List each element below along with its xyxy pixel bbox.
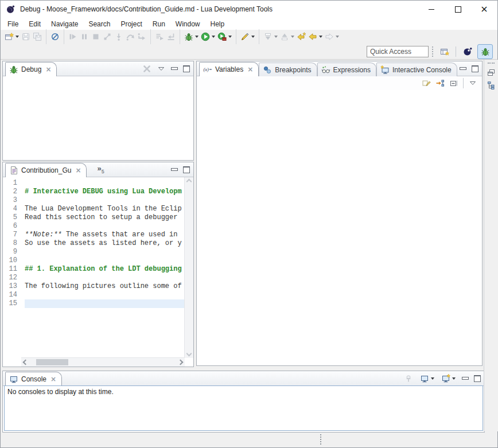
maximize-view-button[interactable] xyxy=(183,166,190,173)
editor-line[interactable] xyxy=(25,196,185,205)
close-icon[interactable]: × xyxy=(50,375,56,383)
editor-text[interactable]: # Interactive DEBUG using Lua DevelopmTh… xyxy=(25,177,185,358)
minimize-view-button[interactable] xyxy=(171,67,178,70)
drop-to-frame-button[interactable] xyxy=(165,29,177,44)
close-icon[interactable]: × xyxy=(45,65,51,73)
open-console-button[interactable] xyxy=(440,371,457,386)
display-selected-console-button[interactable] xyxy=(419,371,435,386)
maximize-view-button[interactable] xyxy=(472,65,478,72)
dropdown-arrow-icon[interactable] xyxy=(319,36,322,38)
editor-tab-overflow-button[interactable]: »5 xyxy=(97,164,104,174)
editor-line[interactable]: Read this section to setup a debugger xyxy=(25,213,185,222)
editor-line[interactable]: So use the assets as listed here, or y xyxy=(25,239,185,248)
editor-body[interactable]: 123456789101112131415 # Interactive DEBU… xyxy=(3,177,193,367)
remove-all-terminated-icon[interactable] xyxy=(142,64,151,73)
menu-window[interactable]: Window xyxy=(170,18,205,30)
editor-line[interactable]: The following pictures outline some of xyxy=(25,282,185,291)
tab-expressions[interactable]: Expressions xyxy=(317,63,376,76)
next-annotation-button[interactable] xyxy=(262,29,279,44)
maximize-view-button[interactable] xyxy=(183,65,190,72)
dropdown-arrow-icon[interactable] xyxy=(228,36,232,38)
editor-line[interactable]: **Note:** The assets that are used in xyxy=(25,231,185,239)
tab-interactive-console[interactable]: Interactive Console xyxy=(376,63,457,76)
show-logical-structures-icon[interactable] xyxy=(435,79,445,88)
pin-console-button[interactable] xyxy=(403,371,414,386)
menu-file[interactable]: File xyxy=(2,18,24,30)
dropdown-arrow-icon[interactable] xyxy=(274,36,278,38)
close-window-button[interactable]: × xyxy=(471,1,497,18)
trim-drag-handle[interactable] xyxy=(488,63,495,64)
step-over-button[interactable] xyxy=(124,29,136,44)
editor-line[interactable] xyxy=(25,222,185,231)
save-all-button[interactable] xyxy=(32,29,43,44)
menu-search[interactable]: Search xyxy=(83,18,115,30)
horizontal-scrollbar[interactable] xyxy=(21,357,185,367)
close-icon[interactable]: × xyxy=(75,166,81,174)
minimize-view-button[interactable] xyxy=(460,67,466,70)
suspend-button[interactable] xyxy=(79,29,90,44)
menu-run[interactable]: Run xyxy=(147,18,170,30)
minimize-view-button[interactable] xyxy=(462,377,469,380)
editor-line[interactable]: # Interactive DEBUG using Lua Developm xyxy=(25,188,185,196)
editor-line[interactable] xyxy=(25,256,185,265)
scrollbar-thumb[interactable] xyxy=(36,359,68,365)
scroll-up-icon[interactable] xyxy=(186,179,192,185)
editor-line-current[interactable] xyxy=(25,299,185,308)
tab-contribution-guide[interactable]: Contribution_Gu × xyxy=(5,163,87,177)
tab-breakpoints[interactable]: Breakpoints xyxy=(259,63,317,76)
show-type-names-icon[interactable] xyxy=(422,79,431,88)
editor-line[interactable] xyxy=(25,179,185,188)
maximize-window-button[interactable] xyxy=(445,1,471,18)
disconnect-button[interactable] xyxy=(102,29,113,44)
editor-line[interactable] xyxy=(25,274,185,282)
open-perspective-button[interactable] xyxy=(437,44,452,59)
menu-help[interactable]: Help xyxy=(205,18,230,30)
previous-annotation-button[interactable] xyxy=(279,29,295,44)
minimize-window-button[interactable] xyxy=(418,1,445,18)
profile-button[interactable] xyxy=(216,29,233,44)
skip-all-breakpoints-button[interactable] xyxy=(49,29,61,44)
dropdown-arrow-icon[interactable] xyxy=(336,36,339,38)
dropdown-arrow-icon[interactable] xyxy=(15,36,19,38)
collapse-all-icon[interactable] xyxy=(449,79,458,88)
editor-line[interactable] xyxy=(25,248,185,256)
back-button[interactable] xyxy=(307,29,324,44)
dropdown-arrow-icon[interactable] xyxy=(431,377,434,380)
use-step-filters-button[interactable] xyxy=(154,29,165,44)
dropdown-arrow-icon[interactable] xyxy=(212,36,215,38)
minimize-view-button[interactable] xyxy=(171,168,178,171)
debug-perspective-button[interactable] xyxy=(477,44,493,59)
quick-access-input[interactable] xyxy=(367,46,429,57)
dropdown-arrow-icon[interactable] xyxy=(251,36,255,38)
tab-variables[interactable]: (x)=Variables× xyxy=(199,62,259,76)
maximize-view-button[interactable] xyxy=(474,375,481,382)
view-menu-icon[interactable] xyxy=(468,79,477,88)
resume-button[interactable] xyxy=(67,29,79,44)
restore-minimized-view-button[interactable] xyxy=(486,68,496,78)
lua-perspective-button[interactable] xyxy=(460,44,475,59)
scroll-down-icon[interactable] xyxy=(186,351,192,357)
forward-button[interactable] xyxy=(324,29,340,44)
save-button[interactable] xyxy=(20,29,32,44)
scroll-left-icon[interactable] xyxy=(23,360,29,365)
editor-line[interactable] xyxy=(25,291,185,299)
step-into-button[interactable] xyxy=(113,29,124,44)
editor-line[interactable]: ## 1. Explanation of the LDT debugging xyxy=(25,265,185,274)
editor-line[interactable]: The Lua Development Tools in the Eclip xyxy=(25,205,185,213)
tab-debug[interactable]: Debug × xyxy=(5,62,57,76)
dropdown-arrow-icon[interactable] xyxy=(452,377,456,380)
view-menu-icon[interactable] xyxy=(157,64,166,73)
vertical-scrollbar[interactable] xyxy=(184,177,193,358)
terminate-button[interactable] xyxy=(90,29,102,44)
close-icon[interactable]: × xyxy=(247,65,253,73)
last-edit-location-button[interactable] xyxy=(295,29,307,44)
status-bar-drag-handle[interactable] xyxy=(320,434,321,445)
tab-console[interactable]: Console × xyxy=(5,372,62,386)
scroll-right-icon[interactable] xyxy=(178,360,184,365)
step-return-button[interactable] xyxy=(136,29,147,44)
debug-button[interactable] xyxy=(183,29,200,44)
external-tools-button[interactable] xyxy=(239,29,256,44)
outline-view-button[interactable] xyxy=(486,80,496,91)
dropdown-arrow-icon[interactable] xyxy=(291,36,294,38)
menu-project[interactable]: Project xyxy=(115,18,147,30)
